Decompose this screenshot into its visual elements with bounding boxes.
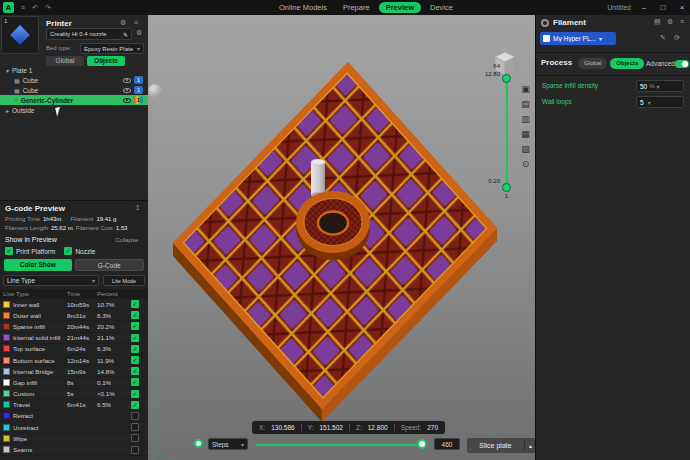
steps-slider-track[interactable]	[256, 444, 424, 446]
panel-menu-icon[interactable]: ≡	[680, 18, 684, 25]
gcode-view-button[interactable]: G-Code	[75, 259, 145, 271]
layer-slider-top-handle[interactable]	[502, 74, 511, 83]
color-show-button[interactable]: Color Show	[4, 259, 72, 271]
table-row[interactable]: Wipe ✓	[0, 433, 148, 444]
collapse-arrow-icon[interactable]: ▸	[6, 107, 9, 114]
outside-object[interactable]	[148, 84, 162, 98]
view-slice-icon[interactable]: ▣	[519, 83, 532, 96]
line-type-checkbox[interactable]: ✓	[131, 423, 139, 431]
tab-online-models[interactable]: Online Models	[272, 0, 334, 15]
nozzle-checkbox[interactable]: ✓	[64, 247, 72, 255]
line-type-checkbox[interactable]: ✓	[131, 300, 139, 308]
sparse-infill-density-input[interactable]: 50 % ▾	[636, 80, 684, 92]
tab-device[interactable]: Device	[423, 0, 460, 15]
table-row[interactable]: Seams ✓	[0, 444, 148, 455]
line-type-checkbox[interactable]: ✓	[131, 434, 139, 442]
table-row[interactable]: Inner wall 10m59s 10.7% ✓	[0, 299, 148, 310]
tab-prepare[interactable]: Prepare	[336, 0, 377, 15]
expand-arrow-icon[interactable]: ▾	[6, 67, 9, 74]
maximize-button[interactable]: □	[657, 3, 669, 12]
visibility-eye-icon[interactable]	[123, 98, 131, 103]
lite-mode-button[interactable]: Lite Mode	[103, 275, 145, 286]
line-type-checkbox[interactable]: ✓	[131, 356, 139, 364]
table-row[interactable]: Internal solid infill 21m44s 21.1% ✓	[0, 333, 148, 344]
wall-loops-input[interactable]: 5 ▾	[636, 96, 684, 108]
view-layers-icon[interactable]: ▤	[519, 98, 532, 111]
printer-config-icon[interactable]: ⚙	[136, 29, 142, 37]
table-row[interactable]: Outer wall 8m31s 8.3% ✓	[0, 310, 148, 321]
table-row[interactable]: Custom 5s <0.1% ✓	[0, 389, 148, 400]
table-row[interactable]: Retract ✓	[0, 411, 148, 422]
filament-settings-icon[interactable]: ⚙	[667, 18, 673, 26]
line-type-checkbox[interactable]: ✓	[131, 412, 139, 420]
table-row[interactable]: Sparse infill 20m44s 20.2% ✓	[0, 321, 148, 332]
collapse-button[interactable]: Collapse	[115, 237, 138, 243]
printer-settings-icon[interactable]: ⚙	[120, 19, 126, 27]
filament-badge-multicolor[interactable]: 1	[134, 96, 143, 104]
line-type-checkbox[interactable]: ✓	[131, 367, 139, 375]
plate-thumbnail[interactable]: 1	[1, 16, 39, 54]
table-row[interactable]: Travel 6m41s 6.5% ✓	[0, 400, 148, 411]
table-row[interactable]: Bottom surface 12m14s 11.9% ✓	[0, 355, 148, 366]
view-focus-icon[interactable]: ⊙	[519, 158, 532, 171]
edit-filament-icon[interactable]: ✎	[660, 34, 666, 42]
undo-icon[interactable]: ↶	[32, 4, 38, 12]
steps-value-box[interactable]: 460	[434, 438, 460, 450]
spinner-icon[interactable]: ▾	[657, 83, 660, 90]
bed-type-select[interactable]: Epoxy Resin Plate ▾	[80, 43, 144, 54]
main-menu-icon[interactable]: ≡	[21, 4, 25, 11]
line-type-dropdown[interactable]: Line Type ▾	[3, 275, 99, 286]
layer-slider-bottom-handle[interactable]	[502, 183, 511, 192]
view-lines-icon[interactable]: ▥	[519, 113, 532, 126]
tree-item-generic-cylinder[interactable]: ○ Generic-Cylinder 1	[0, 95, 148, 105]
close-button[interactable]: ×	[676, 3, 688, 12]
model-ring[interactable]	[296, 191, 370, 260]
edit-printer-icon[interactable]: ✎	[123, 31, 128, 38]
steps-dropdown[interactable]: Steps ▾	[208, 438, 248, 450]
slice-plate-button[interactable]: Slice plate ▴	[467, 438, 536, 453]
export-gcode-icon[interactable]: ↥	[135, 204, 141, 212]
line-type-checkbox[interactable]: ✓	[131, 390, 139, 398]
printer-preset-select[interactable]: Creality Hi 0.4 nozzle ✎	[46, 28, 132, 40]
table-row[interactable]: Top surface 6m24s 6.3% ✓	[0, 344, 148, 355]
viewport-canvas[interactable]	[148, 15, 535, 460]
tree-item-cube-1[interactable]: ▦ Cube 1	[0, 75, 148, 85]
view-grid-icon[interactable]: ▦	[519, 128, 532, 141]
line-type-checkbox[interactable]: ✓	[131, 446, 139, 454]
process-tab-global[interactable]: Global	[578, 58, 607, 69]
table-row[interactable]: Internal Bridge 15m9s 14.8% ✓	[0, 366, 148, 377]
process-tab-objects[interactable]: Objects	[610, 58, 644, 69]
layer-slider-track[interactable]	[506, 78, 508, 188]
tree-item-outside[interactable]: ▸ Outside	[0, 105, 148, 115]
visibility-eye-icon[interactable]	[123, 78, 131, 83]
filament-badge[interactable]: 1	[134, 86, 143, 94]
line-type-checkbox[interactable]: ✓	[131, 345, 139, 353]
line-type-checkbox[interactable]: ✓	[131, 334, 139, 342]
table-row[interactable]: Gap infill 8s 0.1% ✓	[0, 377, 148, 388]
play-animation-button[interactable]	[194, 439, 203, 448]
filament-list-icon[interactable]: ▤	[654, 18, 661, 26]
line-type-checkbox[interactable]: ✓	[131, 311, 139, 319]
view-shell-icon[interactable]: ▧	[519, 143, 532, 156]
sync-filament-icon[interactable]: ⟳	[674, 34, 680, 42]
minimize-button[interactable]: –	[638, 3, 650, 12]
visibility-eye-icon[interactable]	[123, 88, 131, 93]
printer-menu-icon[interactable]: ≡	[134, 19, 138, 26]
steps-slider-handle[interactable]	[417, 439, 427, 449]
print-platform-checkbox[interactable]: ✓	[5, 247, 13, 255]
tree-item-plate[interactable]: ▾ Plate 1	[0, 65, 148, 75]
line-type-checkbox[interactable]: ✓	[131, 322, 139, 330]
filament-preset-select[interactable]: My Hyper PL... ▾	[540, 32, 616, 45]
app-logo[interactable]: A	[3, 2, 14, 13]
line-type-checkbox[interactable]: ✓	[131, 401, 139, 409]
advanced-toggle[interactable]	[675, 60, 689, 68]
viewport-3d[interactable]: ▣ ▤ ▥ ▦ ▧ ⊙ 64 12.80 0.20 1 X: 130.586 Y…	[148, 15, 535, 460]
redo-icon[interactable]: ↷	[45, 4, 51, 12]
prime-tower[interactable]	[311, 159, 325, 198]
spinner-icon[interactable]: ▾	[648, 99, 651, 106]
tab-preview[interactable]: Preview	[379, 2, 421, 13]
line-type-checkbox[interactable]: ✓	[131, 378, 139, 386]
table-row[interactable]: Unretract ✓	[0, 422, 148, 433]
filament-badge[interactable]: 1	[134, 76, 143, 84]
tree-item-cube-2[interactable]: ▦ Cube 1	[0, 85, 148, 95]
